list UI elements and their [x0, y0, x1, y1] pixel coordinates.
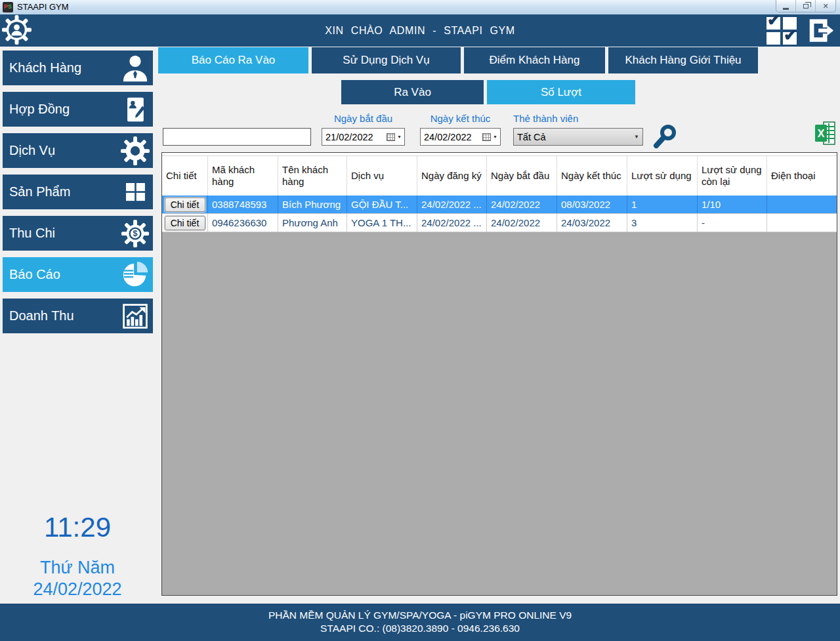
column-header[interactable]: Điện thoại [767, 156, 837, 196]
date-start-picker[interactable]: 21/02/2022 ▼ [322, 128, 405, 146]
contract-icon [119, 94, 151, 125]
main-content: Báo Cáo Ra Vào Sử Dụng Dịch Vụ Điểm Khác… [155, 47, 840, 604]
clock-weekday: Thứ Năm [0, 558, 155, 578]
tab-diem-khach-hang[interactable]: Điểm Khách Hàng [464, 47, 605, 73]
column-header[interactable]: Mã khách hàng [208, 156, 278, 196]
column-header[interactable]: Dịch vụ [347, 156, 417, 196]
cell-dich-vu: YOGA 1 TH... [347, 214, 417, 232]
restore-button[interactable] [796, 0, 816, 12]
cell-ngay-ket-thuc: 08/03/2022 [557, 196, 627, 213]
cell-luot-su-dung: 1 [627, 196, 698, 213]
column-header[interactable]: Ngày đăng ký [417, 156, 487, 196]
cell-ten-khach-hang: Bích Phương [278, 196, 347, 213]
column-header[interactable]: Ngày kết thúc [557, 156, 627, 196]
check-mark-icon: ✔ [767, 14, 780, 27]
table-row[interactable]: Chi tiết 0388748593 Bích Phương GỘI ĐẦU … [162, 196, 837, 214]
cell-ngay-bat-dau: 24/02/2022 [487, 196, 557, 213]
table-header-row: Chi tiết Mã khách hàng Tên khách hàng Dị… [162, 156, 837, 196]
sidebar-item-khach-hang[interactable]: Khách Hàng [3, 51, 153, 85]
cell-dich-vu: GỘI ĐẦU T... [347, 196, 417, 213]
money-gear-icon: $ [119, 218, 151, 249]
cell-luot-su-dung: 3 [627, 214, 698, 232]
detail-button[interactable]: Chi tiết [165, 216, 205, 230]
date-end-value: 24/02/2022 [424, 132, 482, 142]
cell-luot-con-lai: - [698, 214, 767, 232]
search-input[interactable] [163, 128, 311, 146]
sidebar-clock: 11:29 Thứ Năm 24/02/2022 [0, 512, 155, 600]
sidebar-item-doanh-thu[interactable]: Doanh Thu [3, 299, 153, 333]
date-end-picker[interactable]: 24/02/2022 ▼ [420, 128, 501, 146]
sidebar: Khách Hàng Hợp Đồng Dịch Vụ [0, 47, 155, 604]
window-titlebar: PS STAAPI GYM ✕ [0, 0, 840, 14]
app-icon: PS [3, 2, 13, 12]
check-square [766, 32, 780, 45]
clock-date: 24/02/2022 [0, 579, 155, 600]
cell-ten-khach-hang: Phương Anh [278, 214, 347, 232]
svg-text:$: $ [133, 229, 138, 238]
app-footer: PHẦN MỀM QUẢN LÝ GYM/SPA/YOGA - piGYM PR… [0, 604, 840, 641]
footer-line1: PHẦN MỀM QUẢN LÝ GYM/SPA/YOGA - piGYM PR… [0, 609, 840, 622]
report-table: Chi tiết Mã khách hàng Tên khách hàng Dị… [161, 152, 837, 596]
sidebar-item-dich-vu[interactable]: Dịch Vụ [3, 133, 153, 168]
minimize-button[interactable] [776, 0, 796, 12]
date-start-label: Ngày bắt đầu [322, 113, 405, 126]
sidebar-item-label: Dịch Vụ [3, 143, 119, 158]
tab-su-dung-dich-vu[interactable]: Sử Dụng Dịch Vụ [312, 47, 461, 73]
column-header[interactable]: Chi tiết [162, 156, 208, 196]
subtab-so-luot[interactable]: Số Lượt [487, 80, 635, 104]
sidebar-item-label: Khách Hàng [3, 60, 119, 75]
cell-ngay-bat-dau: 24/02/2022 [487, 214, 557, 232]
date-end-label: Ngày kết thúc [420, 113, 501, 126]
calendar-icon [387, 133, 395, 141]
table-row[interactable]: Chi tiết 0946236630 Phương Anh YOGA 1 TH… [162, 214, 837, 232]
sidebar-item-bao-cao[interactable]: Báo Cáo [3, 257, 153, 292]
cell-ma-khach-hang: 0946236630 [208, 214, 278, 232]
grid-icon [119, 176, 151, 208]
chevron-down-icon: ▼ [397, 134, 402, 139]
calendar-icon [482, 133, 491, 141]
cell-dien-thoai [767, 214, 837, 232]
detail-button[interactable]: Chi tiết [165, 197, 205, 212]
search-icon[interactable] [652, 123, 679, 150]
member-card-select[interactable]: Tất Cả ▼ [513, 128, 643, 146]
column-header[interactable]: Ngày bắt đầu [487, 156, 557, 196]
chevron-down-icon: ▼ [493, 134, 497, 139]
close-icon: ✕ [822, 2, 828, 10]
member-card-value: Tất Cả [517, 132, 633, 142]
bar-chart-icon [119, 300, 151, 332]
subtab-ra-vao[interactable]: Ra Vào [341, 80, 484, 104]
window-controls: ✕ [776, 0, 836, 12]
gear-icon [119, 135, 151, 167]
sidebar-item-label: Báo Cáo [3, 267, 119, 282]
close-button[interactable]: ✕ [816, 0, 835, 12]
app-header: XIN CHÀO ADMIN - STAAPI GYM ✔ ✔ [0, 14, 840, 47]
clock-time: 11:29 [0, 512, 155, 543]
date-start-value: 21/02/2022 [326, 132, 387, 142]
sidebar-item-label: Doanh Thu [3, 308, 119, 323]
cell-luot-con-lai: 1/10 [698, 196, 767, 213]
tab-khach-hang-gioi-thieu[interactable]: Khách Hàng Giới Thiệu [608, 47, 758, 73]
sidebar-item-san-pham[interactable]: Sản Phẩm [3, 175, 153, 209]
person-icon [119, 52, 151, 84]
member-card-label: Thẻ thành viên [513, 113, 644, 126]
column-header[interactable]: Tên khách hàng [278, 156, 347, 196]
logout-icon[interactable] [806, 16, 835, 45]
sidebar-item-label: Thu Chi [3, 226, 119, 241]
multi-check-icon[interactable]: ✔ ✔ [765, 16, 798, 45]
cell-ngay-dang-ky: 24/02/2022 ... [417, 196, 487, 213]
restore-icon [803, 4, 808, 9]
excel-icon[interactable]: X [815, 120, 836, 146]
column-header[interactable]: Lượt sử dụng [627, 156, 698, 196]
check-mark-icon: ✔ [784, 29, 797, 42]
tab-bao-cao-ra-vao[interactable]: Báo Cáo Ra Vào [158, 47, 308, 73]
cell-ma-khach-hang: 0388748593 [208, 196, 278, 213]
footer-line2: STAAPI CO.: (08)3820.3890 - 0946.236.630 [0, 622, 840, 635]
pie-chart-icon [119, 259, 151, 291]
sidebar-item-hop-dong[interactable]: Hợp Đồng [3, 92, 153, 127]
sidebar-item-thu-chi[interactable]: Thu Chi $ [3, 216, 153, 251]
window-title: STAAPI GYM [17, 0, 69, 14]
column-header[interactable]: Lượt sử dụng còn lại [698, 156, 767, 196]
minimize-icon [783, 8, 789, 10]
svg-text:X: X [818, 128, 825, 139]
sidebar-item-label: Hợp Đồng [3, 102, 119, 117]
